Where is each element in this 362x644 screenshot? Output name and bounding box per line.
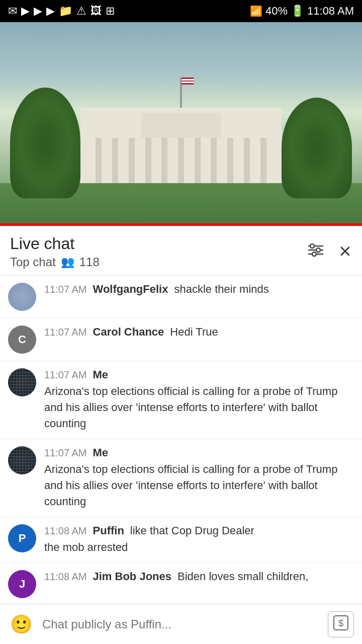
people-icon: 👥 [61,256,74,269]
send-button[interactable]: $ [328,611,354,637]
message-row: 11:07 AM WolfgangFelix shackle their min… [0,276,362,318]
message-text: Hedi True [170,326,218,339]
avatar: J [8,570,36,598]
trees-left [10,88,80,198]
close-button[interactable]: ✕ [338,242,352,261]
message-meta: 11:07 AM Carol Chance Hedi True [44,326,354,339]
svg-point-3 [310,244,314,248]
message-meta: 11:07 AM Me [44,368,354,381]
message-row: C 11:07 AM Carol Chance Hedi True [0,318,362,361]
message-content: 11:07 AM Me Arizona's top elections offi… [44,446,354,510]
svg-text:$: $ [338,618,343,628]
image-icon: 🖼 [90,5,102,18]
message-text-block: Arizona's top elections official is call… [44,383,354,432]
message-row: P 11:08 AM Puffin like that Cop Drug Dea… [0,517,362,563]
play-icon-3: ▶ [46,5,55,18]
message-row: 11:07 AM Me Arizona's top elections offi… [0,439,362,517]
message-content: 11:08 AM Puffin like that Cop Drug Deale… [44,524,354,555]
message-author: Carol Chance [93,326,164,339]
chat-header-left: Live chat Top chat 👥 118 [10,234,100,269]
message-row: J 11:08 AM Jim Bob Jones Biden loves sma… [0,563,362,606]
message-meta: 11:08 AM Jim Bob Jones Biden loves small… [44,570,354,583]
chat-header: Live chat Top chat 👥 118 ✕ [0,226,362,276]
message-meta: 11:07 AM WolfgangFelix shackle their min… [44,283,354,296]
message-text: like that Cop Drug Dealer [130,524,254,537]
alert-icon: ⚠ [76,5,86,18]
wifi-icon: 📶 [250,5,262,17]
message-author: Puffin [93,524,124,537]
filter-button[interactable] [307,243,324,261]
chat-title: Live chat [10,234,100,253]
message-row: 11:07 AM Me Arizona's top elections offi… [0,361,362,439]
chat-input[interactable] [42,617,320,631]
status-icons-right: 📶 40% 🔋 11:08 AM [250,5,354,18]
message-time: 11:07 AM [44,369,87,381]
clock: 11:08 AM [307,5,354,18]
status-bar: ✉ ▶ ▶ ▶ 📁 ⚠ 🖼 ⊞ 📶 40% 🔋 11:08 AM [0,0,362,22]
message-time: 11:07 AM [44,327,87,338]
message-content: 11:07 AM WolfgangFelix shackle their min… [44,283,354,296]
message-time: 11:07 AM [44,284,87,295]
smiley-icon: 🙂 [10,614,33,635]
message-icon: ✉ [8,5,17,18]
flag [182,77,194,85]
grid-icon: ⊞ [106,5,115,18]
flag-pole [180,77,182,108]
folder-icon: 📁 [59,5,72,18]
message-meta: 11:07 AM Me [44,446,354,459]
messages-list: 11:07 AM WolfgangFelix shackle their min… [0,276,362,644]
emoji-button[interactable]: 🙂 [8,611,34,637]
message-time: 11:08 AM [44,571,87,583]
message-text-block: Arizona's top elections official is call… [44,461,354,510]
play-icon-2: ▶ [34,5,42,18]
battery-icon: 🔋 [291,5,304,18]
battery-percent: 40% [265,5,288,18]
top-chat-label: Top chat [10,255,56,269]
message-text: Biden loves small children, [177,570,308,583]
play-icon-1: ▶ [21,5,30,18]
input-bar: 🙂 $ [0,604,362,644]
message-text-block: the mob arrested [44,539,354,555]
filter-sliders-icon [307,243,324,257]
message-author: Me [93,446,109,459]
message-author: Jim Bob Jones [93,570,171,583]
message-time: 11:08 AM [44,525,87,537]
svg-point-5 [312,252,316,256]
avatar [8,446,36,474]
chat-subtitle: Top chat 👥 118 [10,255,100,269]
chat-header-right: ✕ [307,242,352,261]
avatar: C [8,326,36,354]
svg-point-4 [316,248,320,252]
message-author: Me [93,368,109,381]
message-time: 11:07 AM [44,447,87,459]
status-icons-left: ✉ ▶ ▶ ▶ 📁 ⚠ 🖼 ⊞ [8,5,115,18]
trees-right [282,98,352,198]
avatar: P [8,524,36,552]
message-content: 11:07 AM Me Arizona's top elections offi… [44,368,354,432]
video-area[interactable] [0,22,362,223]
send-icon: $ [333,615,348,633]
avatar [8,283,36,311]
message-author: WolfgangFelix [93,283,168,296]
avatar [8,368,36,396]
wh-portico [141,113,221,138]
message-meta: 11:08 AM Puffin like that Cop Drug Deale… [44,524,354,537]
message-text: shackle their minds [174,283,268,296]
message-content: 11:07 AM Carol Chance Hedi True [44,326,354,339]
viewer-count: 118 [79,255,100,269]
dollar-send-icon: $ [333,615,348,630]
message-content: 11:08 AM Jim Bob Jones Biden loves small… [44,570,354,583]
